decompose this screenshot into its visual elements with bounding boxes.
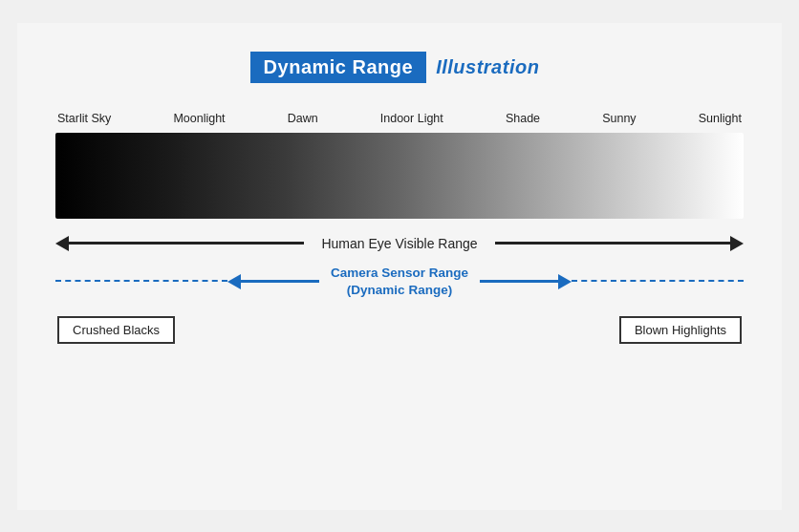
camera-arrow-right-icon: [558, 274, 572, 289]
title-illustration: Illustration: [426, 52, 549, 83]
label-sunny: Sunny: [602, 112, 636, 125]
blown-highlights-badge: Blown Highlights: [619, 316, 742, 344]
dashed-left: [55, 280, 227, 283]
main-container: Dynamic Range Illustration Starlit Sky M…: [17, 23, 782, 510]
title-dynamic: Dynamic Range: [250, 52, 427, 83]
dashed-right: [572, 280, 744, 283]
camera-sensor-label: Camera Sensor Range(Dynamic Range): [331, 265, 468, 299]
label-starlit-sky: Starlit Sky: [57, 112, 111, 125]
camera-arrow-left-icon: [227, 274, 241, 289]
scene-labels-row: Starlit Sky Moonlight Dawn Indoor Light …: [55, 112, 744, 125]
arrow-right-icon: [730, 236, 744, 251]
label-sunlight: Sunlight: [699, 112, 742, 125]
camera-row: Camera Sensor Range(Dynamic Range): [55, 265, 744, 299]
badges-row: Crushed Blacks Blown Highlights: [55, 316, 744, 344]
camera-line-right: [480, 280, 558, 283]
line-right: [495, 242, 730, 245]
label-indoor-light: Indoor Light: [380, 112, 443, 125]
camera-arrow: Camera Sensor Range(Dynamic Range): [227, 265, 572, 299]
label-moonlight: Moonlight: [173, 112, 225, 125]
label-shade: Shade: [506, 112, 540, 125]
camera-line-left: [241, 280, 319, 283]
line-left: [69, 242, 304, 245]
title-row: Dynamic Range Illustration: [250, 52, 550, 83]
human-eye-row: Human Eye Visible Range: [55, 236, 744, 251]
label-dawn: Dawn: [288, 112, 318, 125]
human-eye-label: Human Eye Visible Range: [321, 236, 477, 251]
arrow-left-icon: [55, 236, 69, 251]
human-eye-arrow: Human Eye Visible Range: [55, 236, 744, 251]
crushed-blacks-badge: Crushed Blacks: [57, 316, 175, 344]
gradient-bar: [55, 133, 744, 219]
